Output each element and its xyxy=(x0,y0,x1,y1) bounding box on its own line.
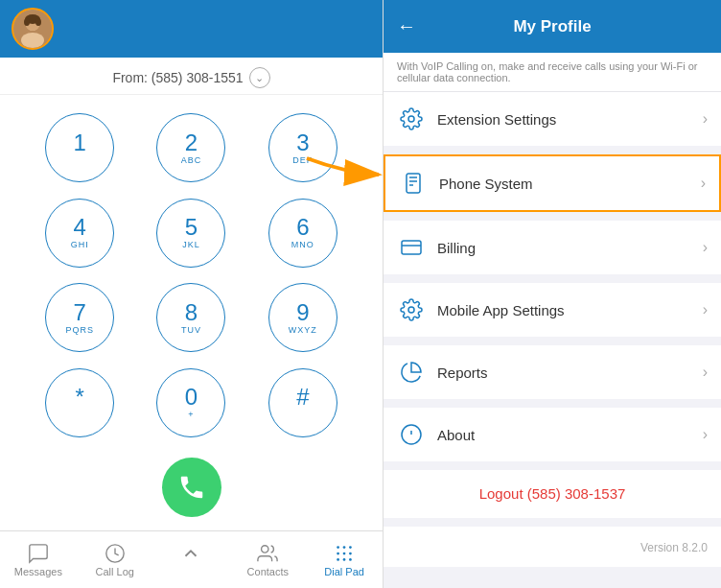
dial-btn-1[interactable]: 1 xyxy=(45,113,114,182)
phone-system-chevron: › xyxy=(701,175,706,192)
divider-1 xyxy=(384,147,721,154)
dialer-panel: From: (585) 308-1551 ⌄ 1 2 ABC 3 DEF 4 G xyxy=(0,0,384,588)
svg-point-13 xyxy=(343,552,346,554)
menu-item-mobile-app-settings[interactable]: Mobile App Settings › xyxy=(384,283,721,337)
svg-rect-20 xyxy=(402,241,421,254)
back-button[interactable]: ← xyxy=(397,15,416,37)
nav-up-label xyxy=(190,566,193,577)
dial-btn-star[interactable]: * xyxy=(45,368,114,437)
nav-dialpad[interactable]: Dial Pad xyxy=(306,531,383,588)
dial-btn-4[interactable]: 4 GHI xyxy=(45,199,114,268)
dial-btn-8[interactable]: 8 TUV xyxy=(156,283,225,352)
dial-btn-5[interactable]: 5 JKL xyxy=(156,199,225,268)
voip-note: With VoIP Calling on, make and receive c… xyxy=(384,53,721,92)
divider-3 xyxy=(384,275,721,283)
dial-btn-0[interactable]: 0 + xyxy=(156,368,225,437)
about-icon xyxy=(397,420,426,449)
menu-item-reports[interactable]: Reports › xyxy=(384,345,721,399)
nav-contacts-label: Contacts xyxy=(247,566,289,577)
svg-point-17 xyxy=(349,558,352,561)
dial-btn-6[interactable]: 6 MNO xyxy=(268,199,337,268)
svg-point-2 xyxy=(21,33,44,48)
svg-point-11 xyxy=(349,546,352,549)
call-button-row xyxy=(0,450,383,530)
messages-icon xyxy=(28,543,49,564)
from-chevron[interactable]: ⌄ xyxy=(249,67,270,88)
svg-point-22 xyxy=(408,307,414,313)
dialer-header xyxy=(0,0,383,58)
mobile-app-chevron: › xyxy=(703,301,708,318)
from-label: From: xyxy=(112,70,148,85)
nav-calllog-label: Call Log xyxy=(96,566,134,577)
about-chevron: › xyxy=(703,426,708,443)
dial-btn-hash[interactable]: # xyxy=(268,368,337,437)
phone-icon xyxy=(177,473,206,502)
svg-point-9 xyxy=(337,546,339,549)
extension-settings-chevron: › xyxy=(703,110,708,128)
mobile-app-label: Mobile App Settings xyxy=(437,302,703,318)
svg-point-6 xyxy=(35,18,41,26)
logout-button[interactable]: Logout (585) 308-1537 xyxy=(479,485,626,502)
svg-rect-19 xyxy=(407,174,420,193)
reports-chevron: › xyxy=(703,364,708,381)
svg-point-14 xyxy=(349,552,352,554)
phone-system-icon xyxy=(399,169,428,198)
nav-messages-label: Messages xyxy=(14,566,62,577)
avatar[interactable] xyxy=(12,8,54,50)
dialpad-icon xyxy=(334,543,355,564)
profile-panel: ← My Profile With VoIP Calling on, make … xyxy=(384,0,721,588)
call-button[interactable] xyxy=(162,458,221,517)
version-text: Version 8.2.0 xyxy=(640,541,708,554)
divider-7 xyxy=(384,519,721,527)
menu-item-extension-settings[interactable]: Extension Settings › xyxy=(384,92,721,146)
from-number: (585) 308-1551 xyxy=(151,70,244,85)
version-section: Version 8.2.0 xyxy=(384,527,721,567)
svg-point-12 xyxy=(337,552,339,554)
nav-messages[interactable]: Messages xyxy=(0,531,77,588)
from-number-row: From: (585) 308-1551 ⌄ xyxy=(0,58,383,95)
contacts-icon xyxy=(257,543,278,564)
divider-5 xyxy=(384,400,721,408)
mobile-app-icon xyxy=(397,295,426,324)
call-log-icon xyxy=(105,543,126,564)
menu-item-phone-system[interactable]: Phone System › xyxy=(384,154,721,212)
menu-section-billing: Billing › xyxy=(384,221,721,274)
profile-title: My Profile xyxy=(513,17,591,36)
svg-point-5 xyxy=(24,18,30,26)
menu-section-about: About › xyxy=(384,408,721,461)
phone-system-label: Phone System xyxy=(439,176,701,192)
nav-contacts[interactable]: Contacts xyxy=(229,531,306,588)
divider-6 xyxy=(384,462,721,470)
menu-section-mobile-app: Mobile App Settings › xyxy=(384,283,721,337)
divider-2 xyxy=(384,213,721,221)
menu-item-billing[interactable]: Billing › xyxy=(384,221,721,274)
nav-calllog[interactable]: Call Log xyxy=(77,531,153,588)
dial-btn-9[interactable]: 9 WXYZ xyxy=(268,283,337,352)
menu-section-reports: Reports › xyxy=(384,345,721,399)
svg-point-10 xyxy=(343,546,346,549)
divider-4 xyxy=(384,338,721,345)
reports-icon xyxy=(397,358,426,387)
menu-item-about[interactable]: About › xyxy=(384,408,721,461)
about-label: About xyxy=(437,427,703,443)
nav-dialpad-label: Dial Pad xyxy=(324,566,364,577)
avatar-image xyxy=(13,10,52,48)
menu-list: Extension Settings › Phone System xyxy=(384,92,721,588)
profile-header: ← My Profile xyxy=(384,0,721,53)
billing-label: Billing xyxy=(437,240,703,256)
reports-label: Reports xyxy=(437,365,703,381)
extension-settings-label: Extension Settings xyxy=(437,111,703,128)
bottom-navigation: Messages Call Log xyxy=(0,530,383,588)
menu-section-phone-system: Phone System › xyxy=(384,154,721,212)
dial-btn-2[interactable]: 2 ABC xyxy=(156,113,225,182)
up-icon xyxy=(180,543,201,564)
dialpad-grid: 1 2 ABC 3 DEF 4 GHI 5 JKL 6 MNO xyxy=(0,95,383,450)
svg-point-15 xyxy=(337,558,339,561)
menu-section-extension: Extension Settings › xyxy=(384,92,721,146)
nav-up[interactable] xyxy=(153,531,230,588)
dial-btn-7[interactable]: 7 PQRS xyxy=(45,283,114,352)
svg-point-18 xyxy=(408,116,414,122)
svg-point-8 xyxy=(262,545,268,552)
dial-btn-3[interactable]: 3 DEF xyxy=(268,113,337,182)
logout-section: Logout (585) 308-1537 xyxy=(384,470,721,518)
